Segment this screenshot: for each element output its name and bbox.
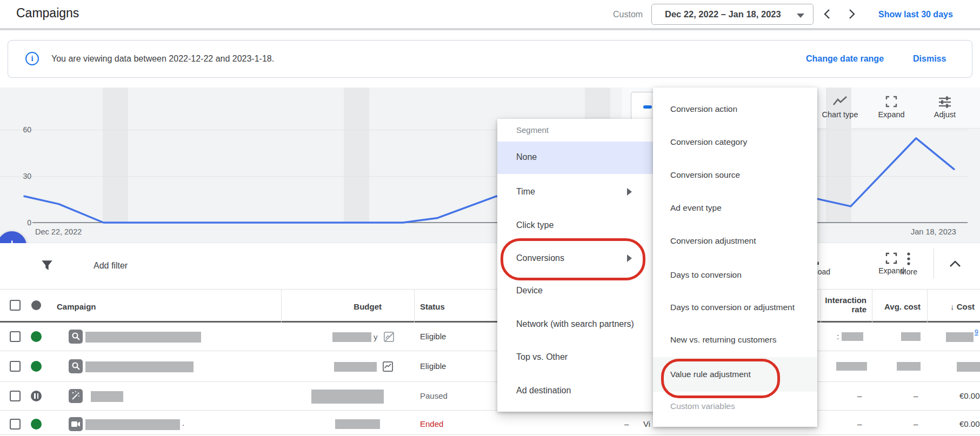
interaction-rate-empty: – xyxy=(857,419,862,428)
cost-cell: €0.00 xyxy=(959,419,980,428)
menu-item-device[interactable]: Device xyxy=(516,286,543,296)
segment-icon xyxy=(643,105,652,109)
redacted-avg-cost xyxy=(897,362,921,371)
table-header-row: Campaign Budget Status Interaction rate … xyxy=(0,289,980,322)
column-header-budget[interactable]: Budget xyxy=(274,302,382,311)
cost-link-fragment[interactable]: 9 xyxy=(975,328,978,336)
more-label: More xyxy=(900,267,917,276)
redacted-campaign-name xyxy=(85,419,180,430)
submenu-item-ad-event-type[interactable]: Ad event type xyxy=(670,203,722,213)
column-header-campaign[interactable]: Campaign xyxy=(57,302,96,311)
header-underline xyxy=(0,321,980,323)
table-row[interactable]: Eligible xyxy=(0,351,980,382)
redacted-campaign-name xyxy=(85,361,194,372)
chart-expand-button[interactable]: Expand xyxy=(870,95,913,119)
submenu-item-new-vs-returning-customers[interactable]: New vs. returning customers xyxy=(670,335,776,345)
chart-type-label: Chart type xyxy=(822,110,858,119)
column-header-avg-cost[interactable]: Avg. cost xyxy=(866,302,921,311)
chart-adjust-label: Adjust xyxy=(934,110,956,119)
submenu-item-days-to-conversion[interactable]: Days to conversion xyxy=(670,270,742,280)
submenu-arrow-icon xyxy=(627,188,632,196)
filter-button[interactable] xyxy=(40,258,54,274)
more-button[interactable]: More xyxy=(890,252,928,276)
row-checkbox[interactable] xyxy=(10,419,21,430)
redacted-avg-cost xyxy=(901,332,921,341)
row-checkbox[interactable] xyxy=(10,361,21,372)
date-range-value: Dec 22, 2022 – Jan 18, 2023 xyxy=(665,9,781,19)
redacted-cost xyxy=(946,332,974,342)
status-filter-dot[interactable] xyxy=(31,300,41,310)
select-all-checkbox[interactable] xyxy=(10,300,21,311)
submenu-item-days-to-conversion-or-adjustment[interactable]: Days to conversion or adjustment xyxy=(670,303,795,312)
search-campaign-icon xyxy=(69,359,83,373)
menu-item-click-type[interactable]: Click type xyxy=(516,220,554,230)
redacted-budget xyxy=(335,419,380,429)
cost-cell: €0.00 xyxy=(959,391,980,400)
redacted-cost xyxy=(957,362,980,372)
toolbar-separator xyxy=(934,249,934,279)
redacted-campaign-name xyxy=(91,391,123,402)
status-dot-enabled[interactable] xyxy=(31,419,42,430)
chart-type-button[interactable]: Chart type xyxy=(818,95,862,119)
collapse-table-button[interactable] xyxy=(946,258,964,272)
column-header-status[interactable]: Status xyxy=(420,302,445,311)
submenu-item-conversion-source[interactable]: Conversion source xyxy=(670,170,740,180)
row-checkbox[interactable] xyxy=(10,391,21,401)
next-period-button[interactable] xyxy=(843,6,859,22)
menu-item-none[interactable]: None xyxy=(516,152,537,162)
submenu-item-conversion-category[interactable]: Conversion category xyxy=(670,137,747,147)
menu-item-ad-destination[interactable]: Ad destination xyxy=(516,386,571,395)
redacted-budget xyxy=(332,332,371,342)
date-range-picker[interactable]: Dec 22, 2022 – Jan 18, 2023 xyxy=(651,4,814,25)
budget-report-disabled-icon[interactable] xyxy=(383,331,395,343)
annotation-circle-value-rule-adjustment xyxy=(661,359,780,398)
add-filter-button[interactable]: Add filter xyxy=(94,261,128,271)
show-last-30-days-link[interactable]: Show last 30 days xyxy=(878,10,953,19)
chevron-down-icon xyxy=(797,14,804,18)
status-dot-enabled[interactable] xyxy=(31,331,42,342)
status-cell: Paused xyxy=(420,391,448,400)
search-campaign-icon xyxy=(69,330,83,344)
top-divider xyxy=(0,28,980,30)
row-checkbox[interactable] xyxy=(10,331,21,342)
more-vertical-icon xyxy=(902,252,915,266)
x-axis-start-label: Dec 22, 2022 xyxy=(35,227,82,236)
budget-report-icon[interactable] xyxy=(382,360,394,373)
menu-item-top-vs-other[interactable]: Top vs. Other xyxy=(516,352,568,362)
submenu-item-conversion-adjustment[interactable]: Conversion adjustment xyxy=(670,236,756,246)
status-cell: Eligible xyxy=(420,361,446,371)
redacted-interaction-rate xyxy=(842,332,863,341)
chart-adjust-button[interactable]: Adjust xyxy=(923,95,966,119)
banner-message: You are viewing data between 2022-12-22 … xyxy=(51,54,274,64)
interaction-fragment: : xyxy=(837,332,839,341)
table-row[interactable]: y Eligible : 9 xyxy=(0,323,980,351)
chart-expand-label: Expand xyxy=(878,110,904,119)
status-dot-enabled[interactable] xyxy=(31,361,42,372)
dismiss-link[interactable]: Dismiss xyxy=(913,54,946,64)
status-dot-paused[interactable] xyxy=(31,391,42,401)
chevron-up-icon xyxy=(946,258,964,270)
table-row[interactable]: . Ended – Vi – – €0.00 xyxy=(0,411,980,435)
submenu-item-conversion-action[interactable]: Conversion action xyxy=(670,104,737,114)
menu-item-time[interactable]: Time xyxy=(516,187,535,197)
campaign-text-fragment: . xyxy=(182,418,184,427)
top-bar: Campaigns Custom Dec 22, 2022 – Jan 18, … xyxy=(0,0,980,28)
sort-descending-icon: ↓ xyxy=(950,302,955,311)
column-header-cost-sorted[interactable]: ↓ Cost xyxy=(950,302,975,311)
redacted-budget xyxy=(334,362,377,372)
menu-item-network[interactable]: Network (with search partners) xyxy=(516,319,634,329)
redacted-budget xyxy=(311,390,384,404)
video-campaign-icon xyxy=(69,417,83,431)
avg-cost-empty: – xyxy=(914,391,918,400)
previous-period-button[interactable] xyxy=(819,6,836,22)
segment-menu-header: Segment xyxy=(516,125,549,135)
submenu-item-custom-variables: Custom variables xyxy=(670,401,735,411)
line-chart-icon xyxy=(832,95,848,108)
change-date-range-link[interactable]: Change date range xyxy=(806,54,884,64)
status-cell: Eligible xyxy=(420,332,446,341)
x-axis-end-label: Jan 18, 2023 xyxy=(911,227,956,236)
annotation-circle-conversions xyxy=(501,238,645,280)
table-row[interactable]: Paused – – €0.00 xyxy=(0,382,980,411)
adjust-sliders-icon xyxy=(938,95,952,108)
info-icon: i xyxy=(25,52,39,65)
